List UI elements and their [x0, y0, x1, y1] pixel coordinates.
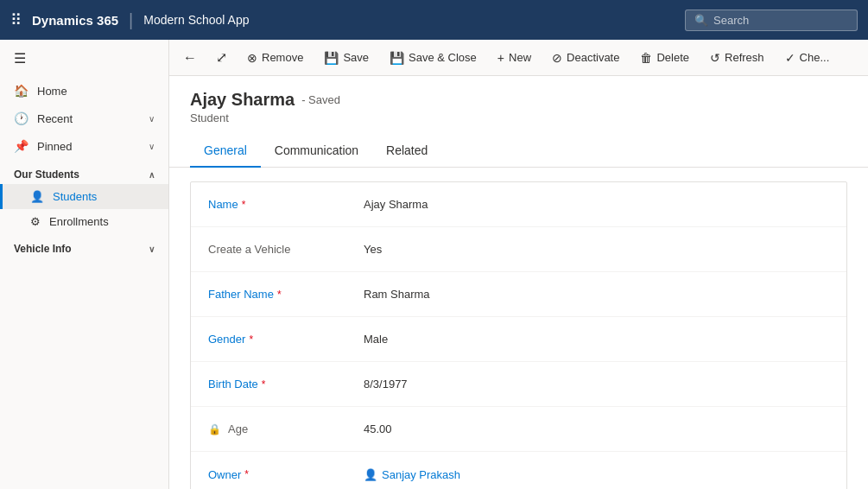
- nav-divider: |: [129, 10, 133, 30]
- father-required-star: *: [277, 289, 282, 301]
- check-button[interactable]: ✓ Che...: [776, 46, 839, 70]
- record-title-row: Ajay Sharma - Saved: [190, 90, 847, 110]
- new-button[interactable]: + New: [489, 46, 540, 70]
- field-owner-row: Owner * 👤 Sanjay Prakash: [191, 452, 846, 489]
- recent-icon: 🕐: [14, 111, 29, 125]
- field-father-value[interactable]: Ram Sharma: [364, 288, 829, 301]
- our-students-chevron-icon[interactable]: ∧: [149, 170, 155, 180]
- save-close-label: Save & Close: [409, 51, 477, 64]
- sidebar-item-pinned[interactable]: 📌 Pinned ∨: [0, 132, 168, 160]
- sidebar-recent-label: Recent: [37, 112, 140, 125]
- sidebar-item-recent[interactable]: 🕐 Recent ∨: [0, 105, 168, 132]
- back-icon: ←: [183, 50, 197, 66]
- remove-label: Remove: [262, 51, 303, 64]
- save-label: Save: [343, 51, 369, 64]
- tabs-container: General Communication Related: [169, 135, 868, 168]
- field-name-row: Name * Ajay Sharma: [191, 182, 846, 227]
- field-owner-label: Owner *: [208, 468, 364, 481]
- recent-chevron-icon: ∨: [149, 114, 155, 124]
- save-close-icon: 💾: [390, 51, 404, 65]
- remove-icon: ⊗: [247, 51, 257, 65]
- back-button[interactable]: ←: [176, 44, 204, 72]
- new-label: New: [509, 51, 531, 64]
- search-box[interactable]: 🔍: [685, 10, 858, 31]
- sidebar-home-label: Home: [37, 85, 155, 98]
- dynamics-title: Dynamics 365: [32, 13, 118, 28]
- students-icon: 👤: [30, 190, 44, 203]
- apps-icon[interactable]: ⠿: [10, 10, 22, 29]
- delete-button[interactable]: 🗑 Delete: [631, 46, 698, 70]
- field-birthdate-value[interactable]: 8/3/1977: [364, 378, 829, 391]
- refresh-label: Refresh: [725, 51, 764, 64]
- field-age-row: 🔒 Age 45.00: [191, 407, 846, 452]
- delete-label: Delete: [656, 51, 689, 64]
- our-students-section: Our Students ∧: [0, 160, 168, 184]
- deactivate-button[interactable]: ⊘ Deactivate: [543, 46, 628, 70]
- expand-button[interactable]: ⤢: [207, 44, 235, 72]
- remove-button[interactable]: ⊗ Remove: [238, 46, 312, 70]
- field-vehicle-row: Create a Vehicle Yes: [191, 227, 846, 272]
- tab-related[interactable]: Related: [372, 135, 441, 168]
- sidebar-item-students[interactable]: 👤 Students: [0, 184, 168, 209]
- field-father-label: Father Name *: [208, 288, 364, 301]
- tab-general[interactable]: General: [190, 135, 261, 168]
- record-type: Student: [190, 111, 847, 124]
- search-icon: 🔍: [694, 14, 708, 27]
- new-icon: +: [497, 51, 504, 65]
- field-age-value: 45.00: [364, 422, 829, 435]
- top-nav: ⠿ Dynamics 365 | Modern School App 🔍: [0, 0, 868, 40]
- students-label: Students: [53, 190, 97, 203]
- field-father-row: Father Name * Ram Sharma: [191, 272, 846, 317]
- pinned-chevron-icon: ∨: [149, 142, 155, 151]
- field-vehicle-label: Create a Vehicle: [208, 243, 364, 256]
- app-name: Modern School App: [143, 13, 249, 27]
- toolbar: ← ⤢ ⊗ Remove 💾 Save 💾 Save & Close + New: [169, 40, 868, 76]
- expand-icon: ⤢: [216, 49, 227, 66]
- refresh-icon: ↺: [710, 51, 720, 65]
- gender-required-star: *: [249, 333, 253, 346]
- owner-user-icon: 👤: [364, 468, 377, 481]
- search-input[interactable]: [713, 14, 848, 27]
- record-header: Ajay Sharma - Saved Student: [169, 76, 868, 135]
- deactivate-label: Deactivate: [567, 51, 619, 64]
- enrollments-icon: ⚙: [30, 215, 41, 228]
- content-area: ← ⤢ ⊗ Remove 💾 Save 💾 Save & Close + New: [169, 40, 868, 489]
- age-lock-icon: 🔒: [208, 423, 221, 435]
- refresh-button[interactable]: ↺ Refresh: [701, 46, 773, 70]
- check-label: Che...: [800, 51, 830, 64]
- save-button[interactable]: 💾 Save: [315, 46, 377, 70]
- home-icon: 🏠: [14, 84, 29, 98]
- field-gender-row: Gender * Male: [191, 317, 846, 362]
- delete-icon: 🗑: [640, 51, 652, 65]
- sidebar: ☰ 🏠 Home 🕐 Recent ∨ 📌 Pinned ∨ Our Stude…: [0, 40, 169, 489]
- field-owner-value[interactable]: 👤 Sanjay Prakash: [364, 468, 829, 481]
- owner-required-star: *: [244, 468, 249, 480]
- field-age-label: 🔒 Age: [208, 422, 364, 435]
- birthdate-required-star: *: [262, 378, 266, 391]
- vehicle-info-label: Vehicle Info: [14, 243, 72, 255]
- field-birthdate-label: Birth Date *: [208, 378, 364, 391]
- save-icon: 💾: [324, 51, 339, 65]
- field-vehicle-value[interactable]: Yes: [364, 243, 829, 256]
- owner-name: Sanjay Prakash: [382, 468, 460, 481]
- pinned-icon: 📌: [14, 139, 29, 153]
- sidebar-item-home[interactable]: 🏠 Home: [0, 77, 168, 105]
- sidebar-item-enrollments[interactable]: ⚙ Enrollments: [0, 209, 168, 234]
- sidebar-hamburger-icon[interactable]: ☰: [0, 40, 168, 77]
- enrollments-label: Enrollments: [49, 215, 109, 228]
- save-close-button[interactable]: 💾 Save & Close: [381, 46, 485, 70]
- main-layout: ☰ 🏠 Home 🕐 Recent ∨ 📌 Pinned ∨ Our Stude…: [0, 40, 868, 489]
- record-saved-status: - Saved: [301, 93, 340, 106]
- form-section: Name * Ajay Sharma Create a Vehicle Yes …: [190, 181, 847, 489]
- field-name-value[interactable]: Ajay Sharma: [364, 198, 829, 211]
- deactivate-icon: ⊘: [552, 51, 562, 65]
- form-content: Name * Ajay Sharma Create a Vehicle Yes …: [169, 168, 868, 489]
- vehicle-info-chevron-icon[interactable]: ∨: [149, 244, 155, 254]
- our-students-label: Our Students: [14, 168, 79, 181]
- field-gender-value[interactable]: Male: [364, 333, 829, 346]
- field-gender-label: Gender *: [208, 333, 364, 346]
- tab-communication[interactable]: Communication: [261, 135, 372, 168]
- record-name: Ajay Sharma: [190, 90, 295, 110]
- sidebar-pinned-label: Pinned: [37, 140, 140, 153]
- vehicle-info-section: Vehicle Info ∨: [0, 234, 168, 258]
